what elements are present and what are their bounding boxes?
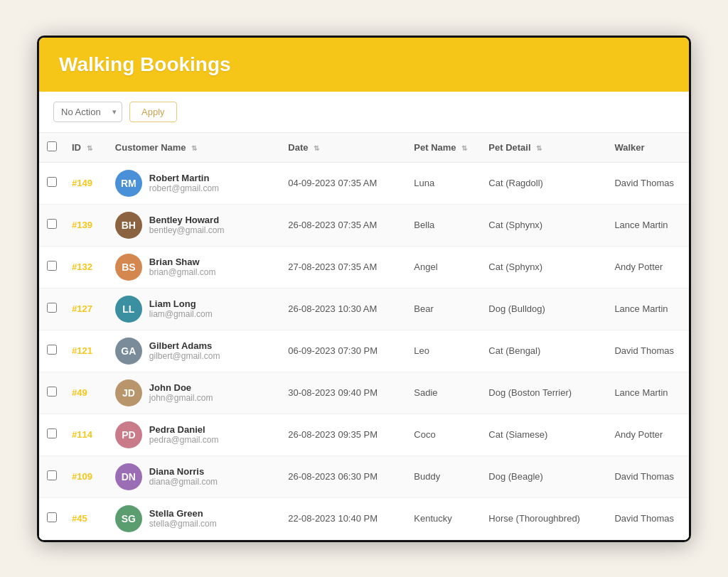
row-pet-detail: Dog (Boston Terrier): [481, 372, 607, 414]
customer-name: Brian Shaw: [149, 257, 216, 267]
avatar: RM: [115, 170, 142, 197]
row-pet-name: Bella: [407, 204, 481, 246]
row-customer: PD Pedra Daniel pedra@gmail.com: [108, 414, 281, 455]
select-all-checkbox[interactable]: [47, 141, 57, 151]
row-checkbox-cell: [39, 288, 65, 330]
row-date: 04-09-2023 07:35 AM: [281, 162, 407, 204]
customer-name: Stella Green: [149, 508, 217, 519]
row-pet-detail: Cat (Sphynx): [481, 246, 607, 288]
row-checkbox-cell: [39, 246, 65, 288]
customer-info: Diana Norris diana@gmail.com: [149, 466, 218, 487]
customer-email: brian@gmail.com: [149, 267, 216, 277]
toolbar: No Action Apply: [39, 92, 689, 133]
row-checkbox[interactable]: [47, 470, 57, 480]
row-id: #149: [65, 162, 108, 204]
customer-email: gilbert@gmail.com: [149, 351, 220, 361]
row-walker: David Thomas: [607, 330, 689, 372]
row-checkbox-cell: [39, 162, 65, 204]
row-checkbox[interactable]: [47, 512, 57, 522]
customer-sort-icon: ⇅: [191, 144, 197, 152]
row-walker: Andy Potter: [607, 414, 689, 455]
table-row: #132 BS Brian Shaw brian@gmail.com 27-08…: [39, 246, 689, 288]
row-walker: Lance Martin: [607, 372, 689, 414]
row-id: #139: [65, 204, 108, 246]
customer-name: Pedra Daniel: [149, 424, 219, 435]
row-id: #109: [65, 455, 108, 497]
row-checkbox[interactable]: [47, 177, 57, 187]
customer-info: Robert Martin robert@gmail.com: [149, 173, 219, 193]
row-customer: BH Bentley Howard bentley@gmail.com: [108, 204, 281, 246]
customer-name: Bentley Howard: [149, 215, 225, 225]
row-id: #114: [65, 414, 108, 455]
row-checkbox[interactable]: [47, 387, 57, 397]
avatar: BH: [115, 212, 142, 239]
row-pet-detail: Cat (Ragdoll): [481, 162, 607, 204]
avatar: DN: [115, 463, 142, 490]
row-walker: Lance Martin: [607, 204, 689, 246]
row-walker: Andy Potter: [607, 246, 689, 288]
avatar: JD: [115, 379, 142, 406]
row-pet-name: Sadie: [407, 372, 481, 414]
row-checkbox-cell: [39, 414, 65, 455]
row-checkbox[interactable]: [47, 345, 57, 355]
row-pet-detail: Dog (Bulldog): [481, 288, 607, 330]
page-header: Walking Bookings: [39, 38, 689, 92]
customer-email: pedra@gmail.com: [149, 435, 219, 445]
row-pet-detail: Cat (Bengal): [481, 330, 607, 372]
row-pet-detail: Cat (Sphynx): [481, 204, 607, 246]
row-checkbox-cell: [39, 372, 65, 414]
apply-button[interactable]: Apply: [129, 102, 177, 122]
page-title: Walking Bookings: [59, 53, 669, 76]
table-row: #121 GA Gilbert Adams gilbert@gmail.com …: [39, 330, 689, 372]
header-row: ID ⇅ Customer Name ⇅ Date ⇅ Pet Name ⇅: [39, 133, 689, 163]
row-id: #127: [65, 288, 108, 330]
table-row: #114 PD Pedra Daniel pedra@gmail.com 26-…: [39, 414, 689, 455]
table-row: #109 DN Diana Norris diana@gmail.com 26-…: [39, 455, 689, 497]
table-header: ID ⇅ Customer Name ⇅ Date ⇅ Pet Name ⇅: [39, 133, 689, 163]
row-checkbox-cell: [39, 204, 65, 246]
row-id: #132: [65, 246, 108, 288]
row-checkbox-cell: [39, 330, 65, 372]
customer-name: Robert Martin: [149, 173, 219, 183]
row-checkbox[interactable]: [47, 261, 57, 271]
row-date: 26-08-2023 10:30 AM: [281, 288, 407, 330]
avatar: LL: [115, 296, 142, 323]
row-id: #45: [65, 497, 108, 539]
row-checkbox[interactable]: [47, 303, 57, 313]
row-id: #49: [65, 372, 108, 414]
header-checkbox-cell: [39, 133, 65, 163]
table-row: #127 LL Liam Long liam@gmail.com 26-08-2…: [39, 288, 689, 330]
row-date: 30-08-2023 09:40 PM: [281, 372, 407, 414]
customer-email: diana@gmail.com: [149, 477, 218, 487]
row-checkbox[interactable]: [47, 219, 57, 229]
row-customer: LL Liam Long liam@gmail.com: [108, 288, 281, 330]
customer-email: stella@gmail.com: [149, 519, 217, 529]
avatar: PD: [115, 421, 142, 448]
row-checkbox-cell: [39, 455, 65, 497]
table-body: #149 RM Robert Martin robert@gmail.com 0…: [39, 162, 689, 539]
header-id: ID ⇅: [65, 133, 108, 163]
customer-email: liam@gmail.com: [149, 309, 213, 319]
header-pet-name: Pet Name ⇅: [407, 133, 481, 163]
customer-info: Liam Long liam@gmail.com: [149, 298, 213, 319]
action-select-wrapper: No Action: [53, 102, 122, 122]
row-customer: RM Robert Martin robert@gmail.com: [108, 162, 281, 204]
row-checkbox[interactable]: [47, 428, 57, 438]
row-id: #121: [65, 330, 108, 372]
bookings-table: ID ⇅ Customer Name ⇅ Date ⇅ Pet Name ⇅: [39, 133, 689, 540]
row-customer: BS Brian Shaw brian@gmail.com: [108, 246, 281, 288]
row-walker: David Thomas: [607, 455, 689, 497]
row-pet-name: Buddy: [407, 455, 481, 497]
row-pet-name: Luna: [407, 162, 481, 204]
id-sort-icon: ⇅: [87, 144, 92, 152]
row-walker: David Thomas: [607, 497, 689, 539]
row-customer: SG Stella Green stella@gmail.com: [108, 497, 281, 539]
row-pet-name: Coco: [407, 414, 481, 455]
customer-name: Liam Long: [149, 298, 213, 309]
action-select[interactable]: No Action: [53, 102, 122, 122]
row-date: 06-09-2023 07:30 PM: [281, 330, 407, 372]
row-date: 26-08-2023 06:30 PM: [281, 455, 407, 497]
header-walker: Walker: [607, 133, 689, 163]
row-customer: JD John Doe john@gmail.com: [108, 372, 281, 414]
avatar: SG: [115, 505, 142, 532]
